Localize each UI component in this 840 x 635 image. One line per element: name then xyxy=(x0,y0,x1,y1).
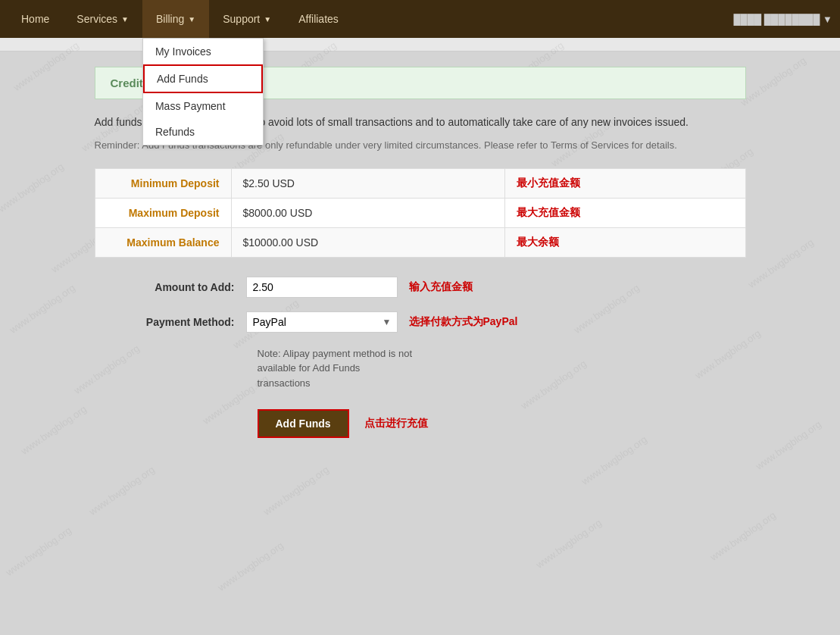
user-info-text: ████ ████████ ▼ xyxy=(733,14,832,25)
support-arrow-icon: ▼ xyxy=(264,15,271,23)
dropdown-my-invoices[interactable]: My Invoices xyxy=(143,39,263,64)
subheader xyxy=(0,38,840,52)
button-row: Add Funds 点击进行充值 xyxy=(258,409,746,438)
services-arrow-icon: ▼ xyxy=(121,15,129,23)
min-deposit-annotation: 最小充值金额 xyxy=(504,168,745,198)
deposit-table: Minimum Deposit $2.50 USD 最小充值金额 Maximum… xyxy=(95,168,746,258)
nav-affiliates[interactable]: Affiliates xyxy=(285,0,352,38)
nav-affiliates-label: Affiliates xyxy=(298,13,339,25)
amount-row: Amount to Add: 输入充值金额 xyxy=(95,277,746,298)
max-deposit-label: Maximum Deposit xyxy=(95,198,231,227)
nav-services[interactable]: Services ▼ xyxy=(63,0,142,38)
billing-dropdown: My Invoices Add Funds Mass Payment Refun… xyxy=(142,38,264,145)
user-info: ████ ████████ ▼ xyxy=(733,14,832,25)
add-funds-button-label: Add Funds xyxy=(276,418,331,430)
nav-support[interactable]: Support ▼ xyxy=(209,0,285,38)
nav-home[interactable]: Home xyxy=(8,0,63,38)
payment-method-row: Payment Method: PayPal Credit Card Bitco… xyxy=(95,311,746,333)
nav-billing-label: Billing xyxy=(156,13,184,25)
payment-select[interactable]: PayPal Credit Card Bitcoin xyxy=(246,311,398,333)
max-balance-annotation: 最大余额 xyxy=(504,227,745,257)
nav-billing[interactable]: Billing ▼ My Invoices Add Funds Mass Pay… xyxy=(142,0,209,38)
max-deposit-annotation: 最大充值金额 xyxy=(504,198,745,227)
note-text: Note: Alipay payment method is not avail… xyxy=(246,346,413,391)
table-row: Minimum Deposit $2.50 USD 最小充值金额 xyxy=(95,168,745,198)
add-funds-button[interactable]: Add Funds xyxy=(258,409,349,438)
payment-annotation: 选择付款方式为PayPal xyxy=(409,315,518,329)
payment-select-wrapper: PayPal Credit Card Bitcoin ▼ xyxy=(246,311,398,333)
amount-label: Amount to Add: xyxy=(95,281,246,293)
dropdown-add-funds[interactable]: Add Funds xyxy=(143,64,263,93)
dropdown-refunds[interactable]: Refunds xyxy=(143,119,263,145)
max-balance-value: $10000.00 USD xyxy=(231,227,504,257)
max-deposit-value: $8000.00 USD xyxy=(231,198,504,227)
nav-services-label: Services xyxy=(77,13,117,25)
payment-label: Payment Method: xyxy=(95,316,246,328)
amount-annotation: 输入充值金额 xyxy=(409,280,473,294)
min-deposit-label: Minimum Deposit xyxy=(95,168,231,198)
nav-home-label: Home xyxy=(21,13,49,25)
button-annotation: 点击进行充值 xyxy=(364,417,428,430)
max-balance-label: Maximum Balance xyxy=(95,227,231,257)
min-deposit-value: $2.50 USD xyxy=(231,168,504,198)
table-row: Maximum Balance $10000.00 USD 最大余额 xyxy=(95,227,745,257)
amount-input[interactable] xyxy=(246,277,398,298)
nav-support-label: Support xyxy=(223,13,260,25)
table-row: Maximum Deposit $8000.00 USD 最大充值金额 xyxy=(95,198,745,227)
navbar: Home Services ▼ Billing ▼ My Invoices Ad… xyxy=(0,0,840,38)
billing-arrow-icon: ▼ xyxy=(188,15,195,23)
dropdown-mass-payment[interactable]: Mass Payment xyxy=(143,93,263,119)
